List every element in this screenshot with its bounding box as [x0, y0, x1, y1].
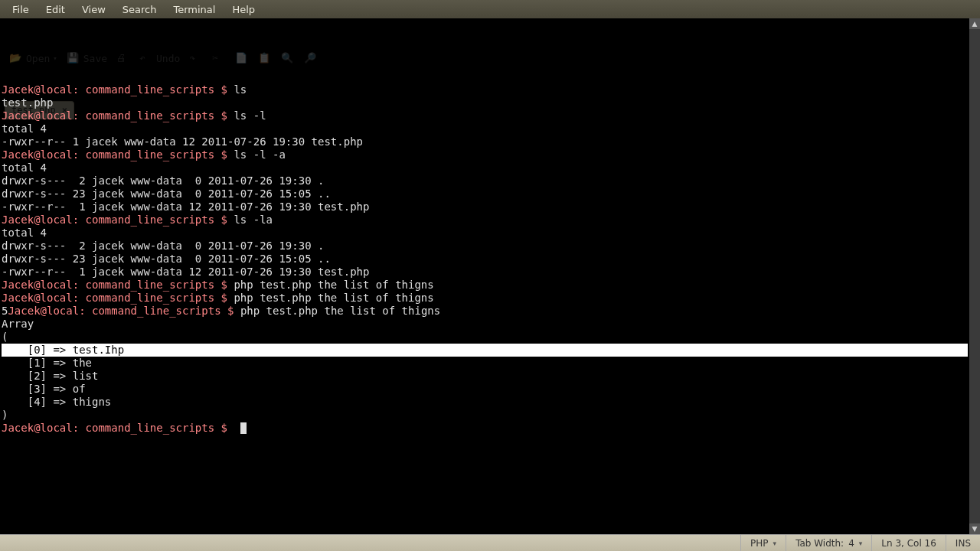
cursor-pos-label: Ln 3, Col 16	[881, 538, 936, 549]
menu-edit[interactable]: Edit	[38, 2, 73, 17]
background-editor-toolbar: 📂 Open ▾ 💾 Save 🖨 ↶ Undo ↷ ✂ 📄 📋 🔍 🔎	[0, 18, 969, 70]
scroll-track[interactable]	[969, 29, 980, 523]
terminal-line: Jacek@local: command_line_scripts $ php …	[2, 279, 968, 292]
terminal-content[interactable]: Jacek@local: command_line_scripts $ lste…	[0, 83, 969, 435]
status-tabwidth[interactable]: Tab Width: 4 ▾	[786, 535, 871, 551]
terminal-line: drwxr-s--- 2 jacek www-data 0 2011-07-26…	[2, 240, 968, 253]
terminal-line: [3] => of	[2, 383, 968, 396]
terminal-line: Jacek@local: command_line_scripts $ ls -…	[2, 148, 968, 161]
chevron-down-icon: ▾	[859, 540, 863, 547]
terminal-line: test.php	[2, 96, 968, 109]
status-cursor-position: Ln 3, Col 16	[871, 535, 946, 551]
insert-mode-label: INS	[956, 538, 971, 549]
terminal-line: total 4	[2, 122, 968, 135]
cut-icon: ✂	[212, 51, 226, 65]
undo-icon: ↶	[139, 51, 153, 65]
status-insert-mode[interactable]: INS	[946, 535, 980, 551]
terminal-line: 5Jacek@local: command_line_scripts $ php…	[2, 305, 968, 318]
terminal-line: [1] => the	[2, 357, 968, 370]
terminal-line: drwxr-s--- 23 jacek www-data 0 2011-07-2…	[2, 253, 968, 266]
menu-help[interactable]: Help	[224, 2, 263, 17]
language-label: PHP	[750, 538, 769, 549]
menubar: File Edit View Search Terminal Help	[0, 0, 980, 18]
tabwidth-value: 4	[848, 538, 854, 549]
statusbar: PHP ▾ Tab Width: 4 ▾ Ln 3, Col 16 INS	[0, 534, 980, 551]
print-icon: 🖨	[116, 51, 130, 65]
terminal-line: Jacek@local: command_line_scripts $ ls	[2, 83, 968, 96]
menu-terminal[interactable]: Terminal	[165, 2, 223, 17]
terminal-line: -rwxr--r-- 1 jacek www-data 12 2011-07-2…	[2, 266, 968, 279]
terminal-line: -rwxr--r-- 1 jacek www-data 12 2011-07-2…	[2, 201, 968, 214]
terminal-line: -rwxr--r-- 1 jacek www-data 12 2011-07-2…	[2, 135, 968, 148]
undo-label: Undo	[156, 52, 180, 65]
terminal-line: total 4	[2, 227, 968, 240]
terminal-line: Jacek@local: command_line_scripts $ ls -…	[2, 214, 968, 227]
terminal-line: total 4	[2, 161, 968, 174]
save-icon: 💾	[67, 51, 80, 65]
find-replace-icon: 🔎	[304, 51, 318, 65]
terminal-line: drwxr-s--- 2 jacek www-data 0 2011-07-26…	[2, 174, 968, 187]
terminal-line: Array	[2, 318, 968, 331]
terminal-line: )	[2, 409, 968, 422]
undo-button: ↶ Undo	[139, 51, 180, 65]
terminal-line: [4] => thigns	[2, 396, 968, 409]
print-button: 🖨	[116, 51, 130, 65]
menu-view[interactable]: View	[74, 2, 113, 17]
open-label: Open	[26, 52, 50, 65]
terminal-cursor	[240, 422, 247, 434]
terminal-line: Jacek@local: command_line_scripts $ ls -…	[2, 109, 968, 122]
status-language[interactable]: PHP ▾	[740, 535, 786, 551]
redo-icon: ↷	[189, 51, 203, 65]
menu-search[interactable]: Search	[115, 2, 165, 17]
scroll-down-icon[interactable]: ▼	[969, 523, 980, 534]
scroll-up-icon[interactable]: ▲	[969, 18, 980, 29]
folder-open-icon: 📂	[9, 51, 23, 65]
terminal-line: (	[2, 331, 968, 344]
search-icon: 🔍	[281, 51, 295, 65]
terminal-line: [0] => test.Ihp	[2, 344, 968, 357]
chevron-down-icon: ▾	[773, 540, 777, 547]
terminal-line: Jacek@local: command_line_scripts $ php …	[2, 292, 968, 305]
open-dropdown-icon: ▾	[53, 52, 57, 65]
terminal-line: [2] => list	[2, 370, 968, 383]
terminal-window[interactable]: 📂 Open ▾ 💾 Save 🖨 ↶ Undo ↷ ✂ 📄 📋 🔍 🔎	[0, 18, 969, 534]
paste-icon: 📋	[258, 51, 272, 65]
terminal-line: Jacek@local: command_line_scripts $	[2, 422, 968, 435]
vertical-scrollbar[interactable]: ▲ ▼	[969, 18, 980, 534]
menu-file[interactable]: File	[5, 2, 37, 17]
copy-icon: 📄	[235, 51, 249, 65]
tabwidth-label: Tab Width:	[795, 538, 844, 549]
save-button: 💾 Save	[67, 51, 107, 65]
save-label: Save	[83, 52, 107, 65]
terminal-line: drwxr-s--- 23 jacek www-data 0 2011-07-2…	[2, 187, 968, 201]
open-button: 📂 Open ▾	[9, 51, 57, 65]
